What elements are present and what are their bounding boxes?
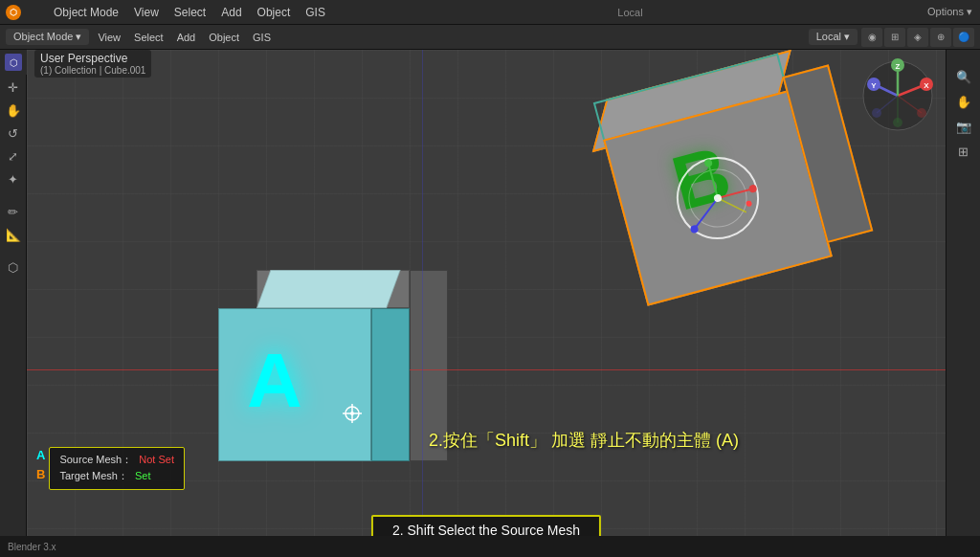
select-menu[interactable]: Select (129, 32, 168, 43)
cube-a-front-face (218, 308, 371, 461)
info-box: Source Mesh： Not Set Target Mesh： Set (49, 447, 185, 490)
svg-line-21 (718, 192, 746, 219)
source-mesh-row: Source Mesh： Not Set (59, 452, 174, 469)
viewport-shading-icon[interactable]: ◉ (861, 28, 882, 47)
cube-a-top-face (256, 270, 401, 308)
svg-point-11 (917, 108, 926, 118)
render-icon[interactable]: ⊞ (952, 140, 975, 163)
breadcrumb-subtitle: (1) Collection | Cube.001 (40, 65, 145, 76)
cube-a[interactable]: A (218, 270, 410, 461)
menu-gis[interactable]: GIS (298, 0, 333, 24)
svg-point-13 (872, 108, 881, 118)
snap-icon[interactable]: 🔵 (953, 28, 974, 47)
options-label[interactable]: Options ▾ (927, 6, 972, 18)
label-b: B (36, 466, 45, 483)
gizmo-icon[interactable]: ⊕ (930, 28, 951, 47)
target-mesh-value: Set (135, 470, 151, 481)
source-mesh-value: Not Set (139, 454, 174, 465)
menu-add[interactable]: Add (213, 0, 249, 24)
xray-icon[interactable]: ◈ (907, 28, 928, 47)
left-toolbar: ↖ ✛ ✋ ↺ ⤢ ✦ ✏ 📐 ⬡ (0, 50, 27, 557)
breadcrumb-title: User Perspective (40, 52, 145, 65)
measure-icon[interactable]: 📐 (3, 224, 24, 245)
target-mesh-key: Target Mesh： (59, 470, 128, 481)
info-panel: A B Source Mesh： Not Set Target Mesh： Se… (36, 447, 185, 490)
move-tool-icon[interactable]: ✋ (3, 100, 24, 121)
axis-y-line (422, 50, 423, 557)
camera-icon[interactable]: 📷 (952, 115, 975, 138)
add-cube-icon[interactable]: ⬡ (3, 256, 24, 278)
add-menu[interactable]: Add (172, 32, 201, 43)
view-menu[interactable]: View (93, 32, 125, 43)
menu-view[interactable]: View (126, 0, 167, 24)
scale-tool-icon[interactable]: ⤢ (3, 145, 24, 167)
gis-menu[interactable]: GIS (248, 32, 276, 43)
top-system-bar: ⬡ Object Mode View Select Add Object GIS… (0, 0, 980, 25)
overlay-icon[interactable]: ⊞ (884, 28, 905, 47)
viewport-header: ⬡ Object Mode ▾ View Select Add Object G… (0, 25, 980, 50)
axes-gizmo: X Y Z (859, 57, 936, 134)
object-menu[interactable]: Object (204, 32, 244, 43)
cube-a-side-face (371, 308, 410, 461)
pan-icon[interactable]: ✋ (952, 90, 975, 113)
blender-icon (25, 5, 40, 20)
svg-point-30 (350, 412, 354, 415)
menu-object-mode[interactable]: Object Mode (46, 0, 126, 24)
3d-cursor[interactable] (343, 404, 358, 419)
local-button[interactable]: Local ▾ (809, 29, 858, 45)
cursor-svg (343, 404, 362, 423)
viewport[interactable]: B (27, 50, 946, 557)
menu-select[interactable]: Select (167, 0, 213, 24)
rotate-tool-icon[interactable]: ↺ (3, 123, 24, 144)
zoom-icon[interactable]: 🔍 (952, 65, 975, 88)
right-gizmos: X Y Z 🔍 ✋ 📷 ⊞ (946, 50, 980, 557)
axis-x-line (27, 369, 946, 370)
svg-text:Z: Z (896, 62, 901, 71)
svg-line-19 (708, 163, 718, 198)
local-label: Local (617, 7, 642, 18)
object-mode-button[interactable]: Object Mode ▾ (6, 29, 89, 45)
breadcrumb: User Perspective (1) Collection | Cube.0… (34, 50, 151, 78)
scene-icon-area: ⬡ (0, 50, 27, 75)
menu-object[interactable]: Object (250, 0, 299, 24)
transform-tool-icon[interactable]: ✦ (3, 168, 24, 189)
top-right-icons: Options ▾ (927, 6, 980, 18)
svg-line-18 (718, 189, 753, 198)
viewport-header-icons: ◉ ⊞ ◈ ⊕ 🔵 (861, 28, 974, 47)
top-center: Local (333, 7, 927, 18)
svg-point-15 (893, 118, 902, 127)
scene-icon: ⬡ (5, 54, 22, 71)
svg-text:X: X (924, 81, 929, 90)
svg-text:Y: Y (871, 81, 877, 90)
annotate-icon[interactable]: ✏ (3, 201, 24, 222)
blender-logo: ⬡ (6, 5, 21, 20)
source-mesh-key: Source Mesh： (59, 454, 132, 465)
status-text: Blender 3.x (8, 542, 56, 552)
instruction-chinese: 2.按住「Shift」 加選 靜止不動的主體 (A) (429, 429, 739, 452)
status-bar: Blender 3.x (0, 536, 980, 557)
top-menu: Object Mode View Select Add Object GIS (46, 0, 333, 24)
label-a: A (36, 447, 45, 464)
ab-labels: A B (36, 447, 45, 490)
logo-area: ⬡ (0, 5, 46, 20)
target-mesh-row: Target Mesh： Set (59, 468, 174, 485)
cursor-tool-icon[interactable]: ✛ (3, 77, 24, 98)
